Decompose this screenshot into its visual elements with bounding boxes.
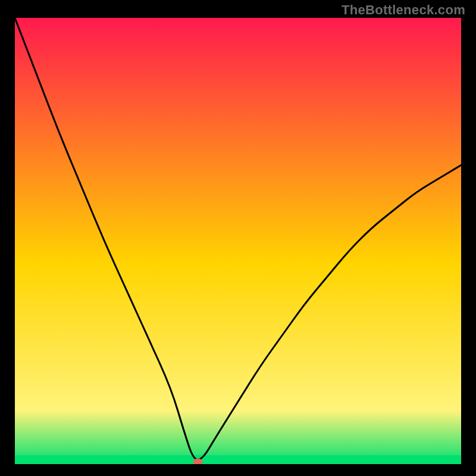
green-floor-band xyxy=(15,455,461,464)
bottleneck-chart xyxy=(15,18,461,464)
gradient-background xyxy=(15,18,461,464)
chart-svg xyxy=(15,18,461,464)
chart-frame: TheBottleneck.com xyxy=(0,0,476,476)
watermark-text: TheBottleneck.com xyxy=(342,2,465,18)
